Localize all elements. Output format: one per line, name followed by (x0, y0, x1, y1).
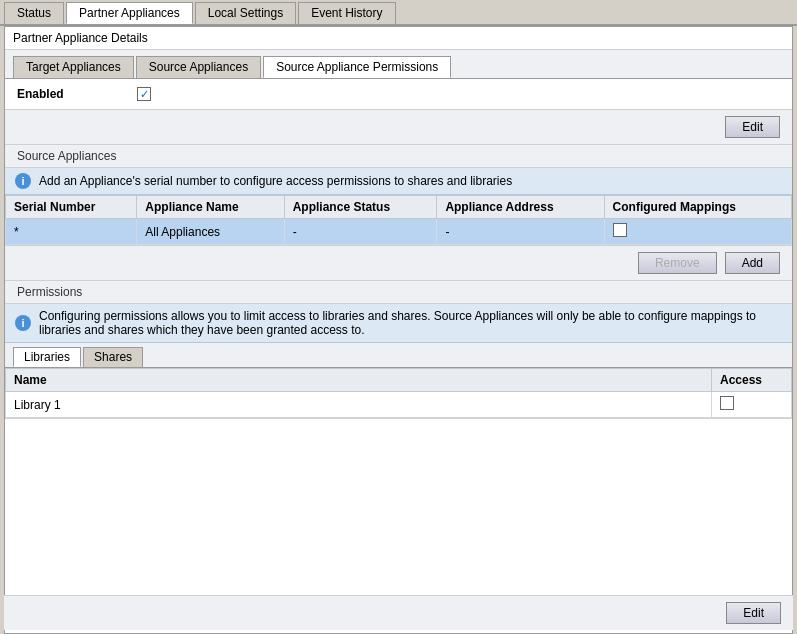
content-area: Enabled ✓ Edit Source Appliances i Add a… (5, 79, 792, 419)
permissions-header: Permissions (5, 281, 792, 304)
perm-header-row: Name Access (6, 369, 792, 392)
top-tab-bar: Status Partner Appliances Local Settings… (0, 0, 797, 26)
enabled-row: Enabled ✓ (5, 79, 792, 110)
perm-col-access: Access (712, 369, 792, 392)
appliance-table: Serial Number Appliance Name Appliance S… (5, 195, 792, 245)
perm-table-row: Library 1 (6, 392, 792, 418)
permissions-info-icon: i (15, 315, 31, 331)
perm-cell-name: Library 1 (6, 392, 712, 418)
col-appliance-status: Appliance Status (284, 196, 437, 219)
perm-cell-access (712, 392, 792, 418)
tab-source-appliances[interactable]: Source Appliances (136, 56, 261, 78)
main-panel: Partner Appliance Details Target Applian… (4, 26, 793, 634)
cell-configured-mappings (604, 219, 791, 245)
table-header-row: Serial Number Appliance Name Appliance S… (6, 196, 792, 219)
tab-partner-appliances[interactable]: Partner Appliances (66, 2, 193, 24)
add-button[interactable]: Add (725, 252, 780, 274)
perm-table: Name Access Library 1 (5, 368, 792, 418)
action-buttons-row: Remove Add (5, 246, 792, 281)
cell-appliance-status: - (284, 219, 437, 245)
source-appliances-header: Source Appliances (5, 145, 792, 168)
inner-tab-bar: Target Appliances Source Appliances Sour… (5, 50, 792, 79)
edit-button[interactable]: Edit (725, 116, 780, 138)
col-configured-mappings: Configured Mappings (604, 196, 791, 219)
tab-local-settings[interactable]: Local Settings (195, 2, 296, 24)
perm-tab-libraries[interactable]: Libraries (13, 347, 81, 367)
perm-table-wrapper: Name Access Library 1 (5, 368, 792, 419)
col-appliance-name: Appliance Name (137, 196, 284, 219)
perm-tab-shares[interactable]: Shares (83, 347, 143, 367)
tab-status[interactable]: Status (4, 2, 64, 24)
edit-button-row: Edit (5, 110, 792, 145)
bottom-edit-row: Edit (4, 595, 793, 630)
cell-serial-number: * (6, 219, 137, 245)
bottom-edit-button[interactable]: Edit (726, 602, 781, 624)
info-icon: i (15, 173, 31, 189)
perm-tab-bar: Libraries Shares (5, 343, 792, 368)
col-serial-number: Serial Number (6, 196, 137, 219)
configured-mappings-checkbox[interactable] (613, 223, 627, 237)
col-appliance-address: Appliance Address (437, 196, 604, 219)
enabled-label: Enabled (17, 87, 137, 101)
remove-button[interactable]: Remove (638, 252, 717, 274)
cell-appliance-name: All Appliances (137, 219, 284, 245)
table-row[interactable]: * All Appliances - - (6, 219, 792, 245)
panel-title: Partner Appliance Details (5, 27, 792, 50)
enabled-checkbox[interactable]: ✓ (137, 87, 151, 101)
tab-event-history[interactable]: Event History (298, 2, 395, 24)
perm-col-name: Name (6, 369, 712, 392)
library-access-checkbox[interactable] (720, 396, 734, 410)
cell-appliance-address: - (437, 219, 604, 245)
appliance-table-wrapper: Serial Number Appliance Name Appliance S… (5, 195, 792, 246)
tab-target-appliances[interactable]: Target Appliances (13, 56, 134, 78)
info-row: i Add an Appliance's serial number to co… (5, 168, 792, 195)
permissions-info-row: i Configuring permissions allows you to … (5, 304, 792, 343)
tab-source-appliance-permissions[interactable]: Source Appliance Permissions (263, 56, 451, 78)
